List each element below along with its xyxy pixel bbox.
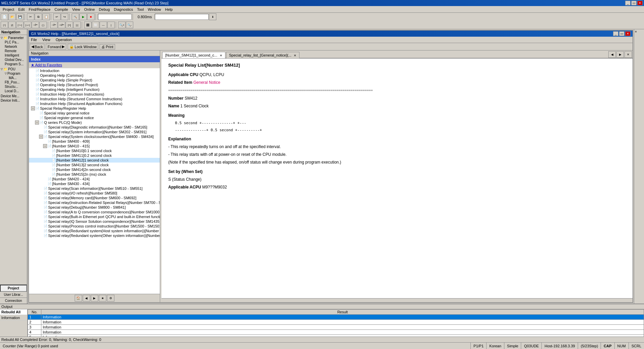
- ladder-tool-11[interactable]: ⬛: [84, 22, 92, 28]
- help-menu-file[interactable]: File: [30, 37, 38, 42]
- tree-expander-icon[interactable]: -: [31, 106, 35, 110]
- help-tree-item[interactable]: 📄Special relay(Diagnostic information)[N…: [29, 125, 160, 130]
- help-tree-item[interactable]: 📄Operating Help (Simple Project): [29, 78, 160, 82]
- rebuild-all-tab[interactable]: Rebuild All: [0, 309, 27, 315]
- help-tree-item[interactable]: 📄[Number SM420 - 424]: [29, 177, 160, 181]
- help-bookmark-btn[interactable]: ★: [99, 295, 106, 302]
- save-btn[interactable]: 💾: [16, 13, 24, 20]
- stop-btn[interactable]: ■: [87, 13, 95, 20]
- help-min-btn[interactable]: _: [613, 31, 618, 36]
- help-tree-item[interactable]: -📄Special relay(System clocks/counters)[…: [29, 134, 160, 139]
- tab-close-btn[interactable]: ✕: [624, 51, 632, 58]
- help-close-btn[interactable]: ✕: [625, 31, 631, 36]
- help-tree-item[interactable]: 📄[Number SM415]2n (ms) clock: [29, 172, 160, 177]
- tree-item-globaldev[interactable]: Global Dev...: [1, 58, 26, 62]
- run-btn[interactable]: ▶: [79, 13, 87, 20]
- tree-expander-icon[interactable]: -: [39, 135, 43, 139]
- help-tree-item[interactable]: 📄Special relay(System information)[Numbe…: [29, 130, 160, 134]
- menu-help[interactable]: Help: [163, 7, 175, 12]
- help-settings-btn[interactable]: ⚙: [107, 295, 114, 302]
- menu-tool[interactable]: Tool: [135, 7, 146, 12]
- back-button[interactable]: ◀ Back: [30, 44, 44, 49]
- ladder-tool-4[interactable]: |↓⌐|: [24, 22, 31, 28]
- help-nav-back-btn[interactable]: ◀: [83, 295, 90, 302]
- tree-item-deviceinit[interactable]: Device Initi...: [1, 98, 26, 103]
- ladder-tool-12[interactable]: ⬜: [92, 22, 99, 28]
- help-tree-item[interactable]: 📄Instruction Help (Structured Applicatio…: [29, 101, 160, 106]
- help-menu-view[interactable]: View: [41, 37, 52, 42]
- paste-btn[interactable]: 📋: [42, 13, 50, 20]
- forward-button[interactable]: Forward ▶: [46, 44, 66, 49]
- help-tree-item[interactable]: 📄Special relay(IQ Sensor Solution corres…: [29, 219, 160, 224]
- help-tree-item[interactable]: 📄Special relay(Process control instructi…: [29, 224, 160, 229]
- print-button[interactable]: 🖨 Print: [100, 44, 115, 49]
- project-tab[interactable]: Project: [0, 285, 27, 292]
- help-tab-general[interactable]: Special_relay_list_[General_notice](... …: [226, 52, 299, 58]
- help-restore-btn[interactable]: ▭: [619, 31, 624, 36]
- help-tab-sm412-close[interactable]: ✕: [220, 54, 222, 57]
- parameter-dropdown[interactable]: Parameter: [98, 14, 132, 20]
- tab-prev-btn[interactable]: ◀: [608, 51, 616, 58]
- help-tree-item[interactable]: 📄Special relay(Debug)[Number SM800 - SM8…: [29, 205, 160, 210]
- tree-expander-icon[interactable]: -: [35, 120, 39, 125]
- general-notice-link[interactable]: General Notice: [193, 80, 220, 85]
- tree-item-program[interactable]: ▽ Program: [1, 71, 26, 76]
- tree-item-pou[interactable]: ▽ 📁 POU: [1, 67, 26, 71]
- connection-tab[interactable]: Connection: [0, 298, 27, 304]
- help-tree-item[interactable]: 📄Operating Help (Structured Project): [29, 82, 160, 87]
- zoom-in-btn[interactable]: 🔍+: [118, 22, 126, 28]
- parameter-expander[interactable]: ▽: [1, 36, 3, 39]
- tree-item-remote[interactable]: Remote: [1, 49, 26, 53]
- help-tree-item[interactable]: 📄[Number SM413]2 second clock: [29, 163, 160, 167]
- help-tree-item[interactable]: 📄Special relay(Redundant system(Host sys…: [29, 229, 160, 233]
- menu-online[interactable]: Online: [82, 7, 97, 12]
- menu-edit[interactable]: Edit: [16, 7, 27, 12]
- output-table-row[interactable]: 4Information: [28, 330, 644, 335]
- info-tab[interactable]: Information: [0, 315, 27, 321]
- help-tree-item[interactable]: 📄Instruction Help (Common Instructions): [29, 92, 160, 97]
- help-tree-item[interactable]: 📄Special register general notice: [29, 115, 160, 120]
- tree-item-programs[interactable]: Program S...: [1, 62, 26, 66]
- ladder-tool-9[interactable]: [+]: [66, 22, 73, 28]
- undo-btn[interactable]: ↩: [53, 13, 61, 20]
- device-ref-btn[interactable]: ⬇: [209, 13, 216, 20]
- menu-project[interactable]: Project: [1, 7, 16, 12]
- ladder-tool-14[interactable]: |: [107, 22, 115, 28]
- copy-btn[interactable]: ⧉: [35, 13, 42, 20]
- tree-item-network[interactable]: Network: [1, 44, 26, 49]
- help-tab-general-close[interactable]: ✕: [294, 54, 296, 57]
- pou-expander[interactable]: ▽: [1, 68, 3, 71]
- help-tab-sm412[interactable]: [Number_SM412]1_second_c... ✕: [162, 52, 225, 58]
- help-tree-item[interactable]: 📄Special relay general notice: [29, 111, 160, 115]
- menu-view[interactable]: View: [70, 7, 82, 12]
- help-tree-item[interactable]: -📄[Number SM410 - 415]: [29, 144, 160, 148]
- help-tree-item[interactable]: 📄[Number SM410]0.1 second clock: [29, 148, 160, 153]
- ladder-tool-13[interactable]: —: [100, 22, 107, 28]
- ladder-tool-3[interactable]: |↑⌐|: [16, 22, 24, 28]
- zoom-out-btn[interactable]: 🔍-: [126, 22, 133, 28]
- help-tree-item[interactable]: 📄Special relay(Built-in Ethernet port QC…: [29, 214, 160, 219]
- program-expander[interactable]: ▽: [5, 72, 7, 75]
- menu-window[interactable]: Window: [146, 7, 163, 12]
- tree-item-locald[interactable]: Local D...: [1, 89, 26, 93]
- help-tree-item[interactable]: 📄Instruction Help (Structured Common Ins…: [29, 97, 160, 101]
- tree-item-intelligent[interactable]: Intelligent: [1, 53, 26, 58]
- help-tree-item[interactable]: 📄Special relay(Instruction-Related Speci…: [29, 200, 160, 205]
- new-btn[interactable]: 📄: [1, 13, 8, 20]
- output-table-row[interactable]: 2Information: [28, 320, 644, 325]
- menu-debug[interactable]: Debug: [97, 7, 112, 12]
- cut-btn[interactable]: ✂: [27, 13, 34, 20]
- help-nav-fwd-btn[interactable]: ▶: [91, 295, 98, 302]
- close-button[interactable]: ✕: [637, 1, 643, 5]
- tree-expander-icon[interactable]: -: [43, 144, 47, 148]
- open-btn[interactable]: 📂: [8, 13, 16, 20]
- help-tree-item[interactable]: 📄Special relay(A to Q conversion corresp…: [29, 210, 160, 214]
- help-home-btn[interactable]: 🏠: [75, 295, 82, 302]
- compile-btn[interactable]: 🔨: [72, 13, 79, 20]
- help-tree-item[interactable]: 📄[Number SM430 - 434]: [29, 181, 160, 186]
- tree-item-struct[interactable]: Structu...: [1, 84, 26, 89]
- help-tree-item[interactable]: 📄Special relay(Redundant system(Other sy…: [29, 233, 160, 238]
- menu-findreplace[interactable]: Find/Replace: [27, 7, 52, 12]
- tab-next-btn[interactable]: ▶: [616, 51, 624, 58]
- help-tree-item[interactable]: 📄Special relay(Memory card)[Number SM600…: [29, 196, 160, 200]
